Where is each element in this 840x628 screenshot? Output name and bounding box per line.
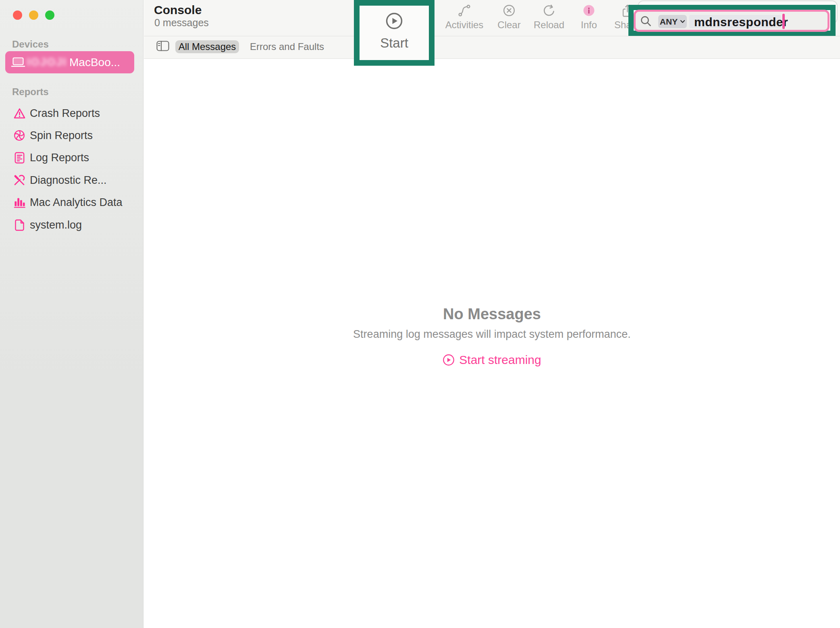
device-name: MacBoo... (69, 56, 120, 69)
chevron-down-icon (680, 20, 685, 23)
search-icon (640, 15, 652, 27)
search-scope-dropdown[interactable]: ANY (658, 15, 687, 28)
log-document-icon (13, 151, 26, 164)
play-circle-icon (385, 12, 403, 30)
search-scope-label: ANY (660, 17, 678, 27)
tools-icon (13, 174, 26, 187)
start-streaming-link[interactable]: Start streaming (144, 353, 840, 367)
blank-document-icon (13, 218, 26, 231)
message-count: 0 messages (154, 17, 209, 29)
message-list-area: No Messages Streaming log messages will … (144, 59, 840, 628)
sidebar-item-mac-analytics-data[interactable]: Mac Analytics Data (0, 191, 143, 214)
sidebar: Devices IOJOJI MacBoo... Reports Cra (0, 0, 143, 628)
pinwheel-icon (13, 129, 26, 142)
clear-button[interactable]: Clear (487, 2, 531, 34)
sidebar-item-log-reports[interactable]: Log Reports (0, 146, 143, 169)
sidebar-item-label: Crash Reports (30, 107, 100, 120)
clear-icon (503, 2, 516, 19)
bar-chart-icon (13, 196, 26, 209)
sidebar-toggle-button[interactable] (156, 41, 169, 51)
window-title: Console (154, 3, 202, 17)
search-value-text[interactable]: mdnsresponder (694, 15, 788, 29)
toolbar-button-label: Clear (497, 19, 520, 31)
sidebar-item-system-log[interactable]: system.log (0, 214, 143, 236)
zoom-button[interactable] (45, 10, 54, 20)
info-button[interactable]: Info (567, 2, 611, 34)
tab-all-messages[interactable]: All Messages (175, 40, 239, 53)
tab-label: All Messages (179, 41, 236, 52)
start-streaming-label: Start streaming (459, 353, 541, 367)
laptop-icon (11, 57, 25, 68)
info-icon (583, 2, 595, 19)
sidebar-item-device-macbook[interactable]: IOJOJI MacBoo... (5, 51, 134, 73)
reports-section-header: Reports (12, 86, 49, 98)
sidebar-item-label: Log Reports (30, 152, 89, 164)
tab-errors-and-faults[interactable]: Errors and Faults (250, 40, 324, 53)
sidebar-item-label: Spin Reports (30, 129, 93, 142)
sidebar-item-spin-reports[interactable]: Spin Reports (0, 124, 143, 147)
sidebar-item-label: Mac Analytics Data (30, 196, 123, 209)
play-circle-icon (443, 354, 455, 366)
toolbar-divider (144, 36, 840, 36)
start-button[interactable]: Start (360, 6, 429, 60)
sidebar-item-label: system.log (30, 219, 82, 231)
reload-button[interactable]: Reload (527, 2, 571, 34)
activities-icon (458, 2, 471, 19)
minimize-button[interactable] (29, 10, 38, 20)
reload-icon (543, 2, 555, 19)
device-name-redacted: IOJOJI (27, 56, 67, 69)
empty-state-subtitle: Streaming log messages will impact syste… (144, 328, 840, 341)
text-cursor (782, 14, 785, 29)
empty-state-title: No Messages (144, 306, 840, 323)
toolbar-button-label: Activities (445, 19, 484, 31)
sidebar-item-diagnostic-reports[interactable]: Diagnostic Re... (0, 169, 143, 191)
toolbar-button-label: Info (581, 19, 597, 31)
activities-button[interactable]: Activities (442, 2, 487, 34)
devices-section-header: Devices (12, 39, 49, 50)
warning-triangle-icon (13, 107, 26, 120)
sidebar-item-crash-reports[interactable]: Crash Reports (0, 102, 143, 125)
toolbar-button-label: Reload (534, 19, 564, 31)
tab-label: Errors and Faults (250, 41, 324, 52)
start-button-label: Start (380, 35, 408, 51)
console-window: Devices IOJOJI MacBoo... Reports Cra (0, 0, 840, 628)
close-button[interactable] (13, 10, 22, 20)
sidebar-item-label: Diagnostic Re... (30, 174, 107, 187)
